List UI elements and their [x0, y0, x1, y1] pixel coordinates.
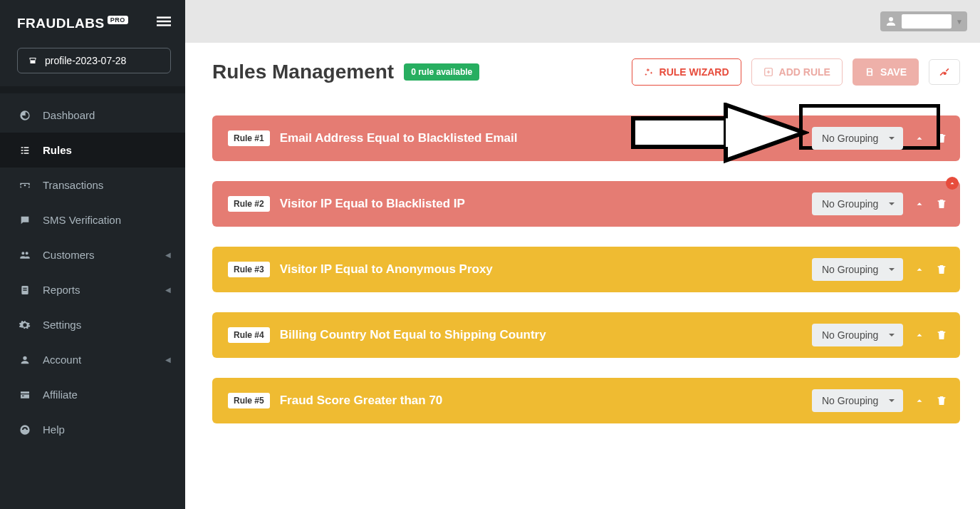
save-icon	[865, 67, 875, 77]
rule-title: Visitor IP Equal to Anonymous Proxy	[280, 262, 493, 277]
sidebar-item-settings[interactable]: Settings	[0, 307, 185, 342]
profile-name: profile-2023-07-28	[45, 55, 126, 66]
sidebar-item-label: SMS Verification	[43, 214, 121, 226]
expand-icon[interactable]	[914, 264, 924, 274]
delete-icon[interactable]	[936, 264, 947, 275]
caret-icon: ◀	[165, 251, 171, 259]
rule-title: Email Address Equal to Blacklisted Email	[280, 131, 518, 145]
expand-icon[interactable]	[914, 133, 924, 143]
sidebar-item-affiliate[interactable]: Affiliate	[0, 377, 185, 412]
sidebar-item-dashboard[interactable]: Dashboard	[0, 98, 185, 133]
sidebar-item-reports[interactable]: Reports ◀	[0, 272, 185, 307]
grouping-select[interactable]: No Grouping	[812, 258, 903, 281]
tools-icon	[939, 67, 949, 77]
sms-icon	[19, 215, 31, 226]
sidebar-item-sms-verification[interactable]: SMS Verification	[0, 202, 185, 237]
sidebar-item-transactions[interactable]: Transactions	[0, 168, 185, 202]
rule-title: Billing Country Not Equal to Shipping Co…	[280, 328, 546, 342]
expand-icon[interactable]	[914, 396, 924, 406]
sidebar-item-label: Affiliate	[43, 389, 78, 401]
sidebar-item-label: Customers	[43, 249, 95, 261]
sidebar-item-account[interactable]: Account ◀	[0, 342, 185, 377]
rules-icon	[19, 145, 31, 156]
profile-selector[interactable]: profile-2023-07-28	[17, 48, 171, 73]
reports-icon	[19, 284, 31, 296]
user-icon	[885, 15, 897, 28]
plus-icon	[763, 67, 773, 77]
rule-row[interactable]: Rule #3 Visitor IP Equal to Anonymous Pr…	[212, 247, 960, 292]
expand-icon[interactable]	[914, 199, 924, 209]
rule-wizard-button[interactable]: RULE WIZARD	[632, 58, 741, 86]
svg-rect-2	[157, 24, 171, 26]
logo: FRAUDLABS PRO	[17, 16, 128, 31]
topbar: ▼	[185, 0, 980, 43]
sidebar-item-help[interactable]: Help	[0, 412, 185, 447]
user-name-placeholder	[902, 14, 952, 29]
caret-icon: ◀	[165, 356, 171, 364]
grouping-select[interactable]: No Grouping	[812, 192, 903, 215]
grouping-select[interactable]: No Grouping	[812, 324, 903, 346]
grouping-select[interactable]: No Grouping	[812, 127, 903, 150]
save-button[interactable]: SAVE	[853, 58, 919, 86]
sidebar-item-label: Account	[43, 354, 81, 366]
sidebar: FRAUDLABS PRO profile-2023-07-28 Dashboa…	[0, 0, 185, 509]
rule-tag: Rule #2	[228, 196, 270, 212]
grouping-select[interactable]: No Grouping	[812, 389, 903, 412]
customers-icon	[19, 250, 31, 261]
wizard-icon	[644, 67, 654, 77]
svg-rect-0	[157, 16, 171, 19]
delete-icon[interactable]	[936, 133, 947, 144]
affiliate-icon	[19, 389, 31, 401]
rule-row[interactable]: Rule #2 Visitor IP Equal to Blacklisted …	[212, 181, 960, 227]
sidebar-nav: Dashboard Rules Transactions SMS Verific…	[0, 93, 185, 447]
sidebar-item-label: Dashboard	[43, 109, 95, 121]
dropdown-caret-icon: ▼	[956, 18, 963, 26]
rules-list: Rule #1 Email Address Equal to Blacklist…	[212, 115, 960, 423]
collapse-all-button[interactable]	[946, 177, 959, 190]
store-icon	[28, 56, 38, 65]
rule-tag: Rule #3	[228, 262, 270, 277]
page-title: Rules Management	[212, 61, 394, 83]
help-icon	[19, 424, 31, 436]
menu-toggle-button[interactable]	[157, 14, 171, 32]
main-content: ▼ Rules Management 0 rule available RULE…	[185, 0, 980, 509]
rule-title: Fraud Score Greater than 70	[280, 394, 443, 408]
delete-icon[interactable]	[936, 395, 947, 406]
rule-tag: Rule #5	[228, 393, 270, 408]
chevron-up-icon	[949, 180, 956, 187]
delete-icon[interactable]	[936, 198, 947, 210]
sidebar-item-label: Help	[43, 423, 65, 436]
settings-icon	[19, 319, 31, 331]
rule-row[interactable]: Rule #5 Fraud Score Greater than 70 No G…	[212, 378, 960, 423]
dashboard-icon	[19, 110, 31, 121]
sidebar-item-label: Rules	[43, 144, 72, 156]
expand-icon[interactable]	[914, 330, 924, 340]
rule-row[interactable]: Rule #4 Billing Country Not Equal to Shi…	[212, 312, 960, 358]
sidebar-item-customers[interactable]: Customers ◀	[0, 237, 185, 272]
sidebar-item-rules[interactable]: Rules	[0, 133, 185, 168]
logo-text: FRAUDLABS	[17, 16, 105, 31]
account-icon	[19, 354, 31, 366]
sidebar-item-label: Reports	[43, 284, 80, 296]
svg-rect-1	[157, 21, 171, 23]
rule-tag: Rule #1	[228, 130, 270, 146]
delete-icon[interactable]	[936, 329, 947, 341]
user-menu[interactable]: ▼	[880, 11, 967, 31]
tools-button[interactable]	[929, 59, 960, 85]
sidebar-item-label: Settings	[43, 319, 81, 331]
rule-row[interactable]: Rule #1 Email Address Equal to Blacklist…	[212, 115, 960, 161]
save-label: SAVE	[880, 66, 907, 78]
rule-title: Visitor IP Equal to Blacklisted IP	[280, 197, 465, 211]
add-rule-button[interactable]: ADD RULE	[751, 58, 843, 86]
rule-tag: Rule #4	[228, 327, 270, 343]
rule-wizard-label: RULE WIZARD	[660, 66, 729, 78]
add-rule-label: ADD RULE	[779, 66, 830, 78]
sidebar-item-label: Transactions	[43, 179, 103, 191]
transactions-icon	[19, 180, 31, 191]
rules-available-badge: 0 rule available	[404, 63, 479, 81]
logo-pro-badge: PRO	[108, 16, 128, 24]
caret-icon: ◀	[165, 286, 171, 294]
